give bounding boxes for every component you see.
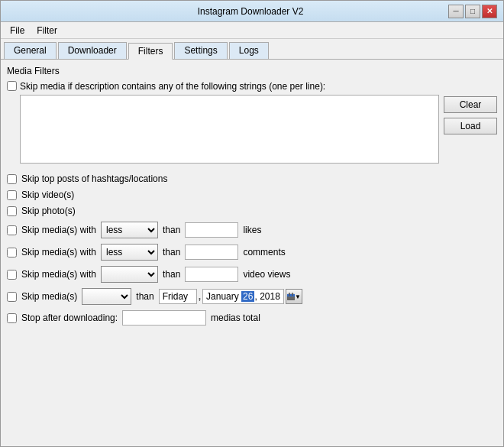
skip-comments-dropdown[interactable]: less more [101,244,158,261]
stop-after-checkbox[interactable] [7,313,17,323]
skip-video-views-checkbox[interactable] [7,270,17,280]
content-area: Media Filters Skip media if description … [1,60,503,446]
description-checkbox-label: Skip media if description contains any o… [20,81,497,92]
skip-media-date-label2: than [136,291,153,302]
minimize-button[interactable]: ─ [448,5,464,18]
skip-likes-dropdown[interactable]: less more [101,222,158,238]
date-month-name[interactable]: January 26 , 2018 [202,289,284,304]
stop-after-label1: Stop after downloading: [21,313,118,323]
date-year: 2018 [260,291,280,302]
menu-bar: File Filter [1,22,503,39]
tab-logs[interactable]: Logs [229,42,269,59]
skip-likes-checkbox[interactable] [7,225,17,235]
description-content: Skip media if description contains any o… [20,81,497,166]
skip-comments-checkbox[interactable] [7,248,17,258]
skip-video-views-label1: Skip media(s) with [21,269,96,280]
skip-top-posts-label: Skip top posts of hashtags/locations [21,173,167,184]
desc-textarea-wrapper [20,95,439,166]
skip-likes-row: Skip media(s) with less more than likes [7,222,497,238]
skip-photo-row: Skip photo(s) [7,206,497,216]
menu-filter[interactable]: Filter [31,24,63,37]
skip-video-views-row: Skip media(s) with less more than video … [7,266,497,283]
maximize-button[interactable]: □ [465,5,480,18]
date-day-name[interactable]: Friday [159,289,197,304]
date-picker-button[interactable]: ▼ [286,289,302,304]
skip-top-posts-checkbox[interactable] [7,174,17,184]
main-window: Instagram Downloader V2 ─ □ ✕ File Filte… [0,0,504,447]
date-day-num: 26 [241,291,254,302]
skip-top-posts-row: Skip top posts of hashtags/locations [7,173,497,184]
date-sep1: , [199,291,201,302]
tabs-bar: General Downloader Filters Settings Logs [1,39,503,60]
skip-likes-label1: Skip media(s) with [21,225,96,235]
skip-video-views-dropdown[interactable]: less more [101,266,158,283]
skip-video-views-label2: than [163,269,180,280]
skip-description-checkbox[interactable] [7,81,17,91]
description-row: Skip media if description contains any o… [7,81,497,166]
skip-comments-row: Skip media(s) with less more than commen… [7,244,497,261]
tab-downloader[interactable]: Downloader [58,42,127,59]
skip-video-label: Skip video(s) [21,189,74,200]
stop-after-row: Stop after downloading: medias total [7,310,497,326]
svg-rect-1 [287,294,295,296]
skip-likes-label2: than [163,225,180,235]
skip-likes-input[interactable] [185,222,238,238]
skip-media-date-dropdown[interactable]: before after [82,288,131,305]
window-title: Instagram Downloader V2 [53,6,448,17]
skip-media-date-row: Skip media(s) before after than Friday ,… [7,288,497,305]
description-textarea[interactable] [20,95,439,164]
load-button[interactable]: Load [444,118,497,134]
section-title: Media Filters [7,66,497,76]
date-sep2: , [254,291,257,302]
tab-settings[interactable]: Settings [174,42,227,59]
stop-after-input[interactable] [122,310,206,326]
menu-file[interactable]: File [4,24,31,37]
close-button[interactable]: ✕ [482,5,497,18]
tab-general[interactable]: General [4,42,57,59]
skip-video-checkbox[interactable] [7,190,17,200]
skip-video-views-input[interactable] [185,267,238,282]
desc-text-and-buttons: Clear Load [20,95,497,166]
stop-after-label2: medias total [211,313,260,323]
skip-comments-label2: than [163,247,180,258]
skip-media-date-checkbox[interactable] [7,292,17,302]
window-controls: ─ □ ✕ [448,5,497,18]
skip-likes-label3: likes [243,225,261,235]
skip-comments-label3: comments [243,247,285,258]
title-bar: Instagram Downloader V2 ─ □ ✕ [1,1,503,22]
skip-video-views-label3: video views [243,269,290,280]
side-buttons: Clear Load [444,95,497,134]
tab-filters[interactable]: Filters [128,43,173,60]
skip-comments-input[interactable] [185,245,238,260]
skip-video-row: Skip video(s) [7,189,497,200]
skip-photo-checkbox[interactable] [7,206,17,216]
skip-photo-label: Skip photo(s) [21,206,76,216]
clear-button[interactable]: Clear [444,96,497,113]
description-filter-section: Skip media if description contains any o… [7,81,497,166]
skip-comments-label1: Skip media(s) with [21,247,96,258]
skip-media-date-label1: Skip media(s) [21,291,77,302]
date-field: Friday , January 26 , 2018 [159,289,302,304]
